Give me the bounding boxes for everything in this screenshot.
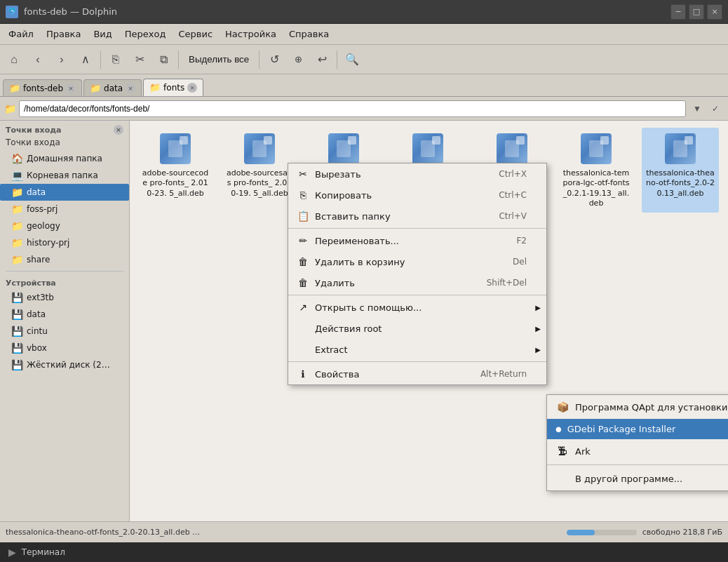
tab-fonts-deb[interactable]: 📁 fonts-deb × bbox=[3, 79, 82, 96]
home-button[interactable]: ⌂ bbox=[3, 48, 25, 71]
file-area: adobe-sourcecode pro-fonts_ 2.010-23. 5_… bbox=[130, 121, 728, 521]
context-menu-item-12[interactable]: ℹ Свойства Alt+Return bbox=[288, 363, 546, 384]
close-button[interactable]: × bbox=[707, 4, 722, 20]
address-input[interactable] bbox=[19, 100, 686, 117]
tab-close-button[interactable]: × bbox=[126, 83, 135, 93]
file-item[interactable]: adobe-sourcecode pro-fonts_ 2.010-23. 5_… bbox=[137, 128, 214, 213]
tab-fonts[interactable]: 📁 fonts × bbox=[143, 79, 203, 96]
terminal-icon: ▶ bbox=[8, 547, 16, 558]
sidebar-device-icon: 💾 bbox=[11, 359, 23, 370]
context-menu-item-9[interactable]: Действия root bbox=[288, 318, 546, 339]
sidebar-places-label: Точки входа bbox=[0, 136, 129, 150]
context-menu-item-1[interactable]: ⎘ Копировать Ctrl+C bbox=[288, 185, 546, 206]
context-menu-item-2[interactable]: 📋 Вставить папку Ctrl+V bbox=[288, 206, 546, 227]
address-confirm-button[interactable]: ✓ bbox=[707, 100, 724, 117]
context-menu-item-label: Удалить в корзину bbox=[315, 257, 405, 267]
context-menu-item-label: Вставить папку bbox=[315, 211, 391, 222]
context-menu-item-label: Свойства bbox=[315, 369, 360, 380]
menu-item-4[interactable]: Сервис bbox=[173, 26, 218, 42]
copy-location-button[interactable]: ⎘ bbox=[105, 48, 127, 71]
forward-button[interactable]: › bbox=[50, 48, 73, 71]
context-menu-item-label: Открыть с помощью... bbox=[315, 302, 422, 313]
deb-icon bbox=[160, 133, 191, 164]
tab-close-button[interactable]: × bbox=[66, 83, 76, 93]
sidebar-item-label: Корневая папка bbox=[27, 170, 98, 180]
address-dropdown-button[interactable]: ▼ bbox=[689, 100, 706, 117]
sidebar-device-cintu[interactable]: 💾 cintu bbox=[0, 323, 129, 340]
context-menu-item-4[interactable]: ✏ Переименовать... F2 bbox=[288, 230, 546, 251]
sidebar-item-data[interactable]: 📁 data bbox=[0, 184, 129, 201]
file-icon bbox=[579, 132, 613, 166]
cut-button[interactable]: ✂ bbox=[128, 48, 151, 71]
deb-icon bbox=[244, 133, 275, 164]
sidebar-close-button[interactable]: × bbox=[114, 125, 123, 135]
file-icon bbox=[159, 132, 192, 166]
sidebar-item-foss-prj[interactable]: 📁 foss-prj bbox=[0, 201, 129, 218]
context-menu-item-5[interactable]: 🗑 Удалить в корзину Del bbox=[288, 251, 546, 272]
copy-button[interactable]: ⧉ bbox=[152, 48, 175, 71]
menu-item-1[interactable]: Правка bbox=[41, 26, 86, 42]
sidebar-item-корневая-папка[interactable]: 💻 Корневая папка bbox=[0, 167, 129, 184]
file-icon bbox=[495, 132, 529, 166]
sidebar-device-ext3tb[interactable]: 💾 ext3tb bbox=[0, 289, 129, 306]
tab-label: fonts bbox=[163, 83, 184, 93]
up-button[interactable]: ∧ bbox=[74, 48, 97, 71]
sidebar-device-vbox[interactable]: 💾 vbox bbox=[0, 340, 129, 356]
submenu-item-0[interactable]: 📦 Программа QApt для установки пакетов bbox=[547, 395, 728, 419]
search-button[interactable]: 🔍 bbox=[341, 48, 363, 71]
file-label: thessalonica-tempora-lgc-otf-fonts_0.2.1… bbox=[562, 168, 631, 208]
context-menu-shortcut: Ctrl+X bbox=[499, 169, 538, 179]
context-menu-shortcut: Ctrl+C bbox=[499, 190, 538, 200]
sidebar-device-icon: 💾 bbox=[11, 342, 23, 354]
minimize-button[interactable]: − bbox=[670, 4, 686, 20]
deb-icon bbox=[665, 133, 696, 164]
maximize-button[interactable]: □ bbox=[689, 4, 704, 20]
file-item[interactable]: adobe-sourcesans pro-fonts_ 2.020-19. 5_… bbox=[221, 128, 298, 213]
submenu-item-1[interactable]: ● GDebi Package Installer bbox=[547, 419, 728, 439]
submenu-item-4[interactable]: В другой программе... bbox=[547, 467, 728, 490]
submenu-item-label: GDebi Package Installer bbox=[567, 424, 676, 434]
sidebar-device-data[interactable]: 💾 data bbox=[0, 306, 129, 323]
context-menu-item-10[interactable]: Extract bbox=[288, 339, 546, 360]
sidebar-item-icon: 📁 bbox=[11, 203, 23, 215]
file-item[interactable]: thessalonica-theano-otf-fonts_2.0-20.13_… bbox=[642, 128, 719, 213]
sidebar-item-домашняя-папка[interactable]: 🏠 Домашняя папка bbox=[0, 150, 129, 167]
sidebar-item-history-prj[interactable]: 📁 history-prj bbox=[0, 234, 129, 251]
sidebar-item-geology[interactable]: 📁 geology bbox=[0, 218, 129, 234]
tab-data[interactable]: 📁 data × bbox=[83, 79, 142, 96]
deb-icon bbox=[328, 133, 359, 164]
menu-item-0[interactable]: Файл bbox=[3, 26, 39, 42]
menu-item-5[interactable]: Настройка bbox=[220, 26, 282, 42]
context-menu-item-icon: ℹ bbox=[297, 368, 309, 380]
menu-item-6[interactable]: Справка bbox=[283, 26, 335, 42]
sidebar-item-share[interactable]: 📁 share bbox=[0, 251, 129, 268]
sidebar-device-жёсткий-диск-(2…[interactable]: 💾 Жёсткий диск (2… bbox=[0, 356, 129, 373]
context-menu-item-icon: ✂ bbox=[297, 168, 309, 180]
undo-button[interactable]: ↩ bbox=[311, 48, 333, 71]
refresh-button[interactable]: ↺ bbox=[263, 48, 285, 71]
submenu-item-2[interactable]: 🗜 Ark bbox=[547, 439, 728, 463]
toolbar-sep-1 bbox=[100, 51, 101, 69]
addressbar: 📁 ▼ ✓ bbox=[0, 97, 728, 121]
menu-item-3[interactable]: Переход bbox=[119, 26, 172, 42]
sidebar-device-label: Жёсткий диск (2… bbox=[27, 360, 110, 370]
toolbar-sep-4 bbox=[337, 51, 337, 69]
context-menu-item-label: Вырезать bbox=[315, 169, 361, 180]
tab-close-button[interactable]: × bbox=[187, 83, 197, 93]
context-menu-separator bbox=[288, 228, 546, 229]
menu-item-2[interactable]: Вид bbox=[88, 26, 117, 42]
sidebar-item-icon: 📁 bbox=[11, 237, 23, 248]
context-menu-item-0[interactable]: ✂ Вырезать Ctrl+X bbox=[288, 163, 546, 185]
tab-label: data bbox=[104, 83, 123, 93]
back-button[interactable]: ‹ bbox=[27, 48, 49, 71]
submenu-item-icon: 📦 bbox=[555, 400, 569, 414]
menubar: ФайлПравкаВидПереходСервисНастройкаСправ… bbox=[0, 24, 728, 45]
context-menu-item-8[interactable]: ↗ Открыть с помощью... bbox=[288, 297, 546, 318]
select-all-button[interactable]: Выделить все bbox=[182, 51, 255, 68]
sidebar-device-label: vbox bbox=[27, 343, 47, 353]
sidebar-device-label: data bbox=[27, 309, 46, 319]
file-item[interactable]: thessalonica-tempora-lgc-otf-fonts_0.2.1… bbox=[558, 128, 635, 213]
new-tab-button[interactable]: ⊕ bbox=[287, 48, 309, 71]
sidebar-item-label: history-prj bbox=[27, 238, 69, 248]
context-menu-item-6[interactable]: 🗑 Удалить Shift+Del bbox=[288, 272, 546, 293]
